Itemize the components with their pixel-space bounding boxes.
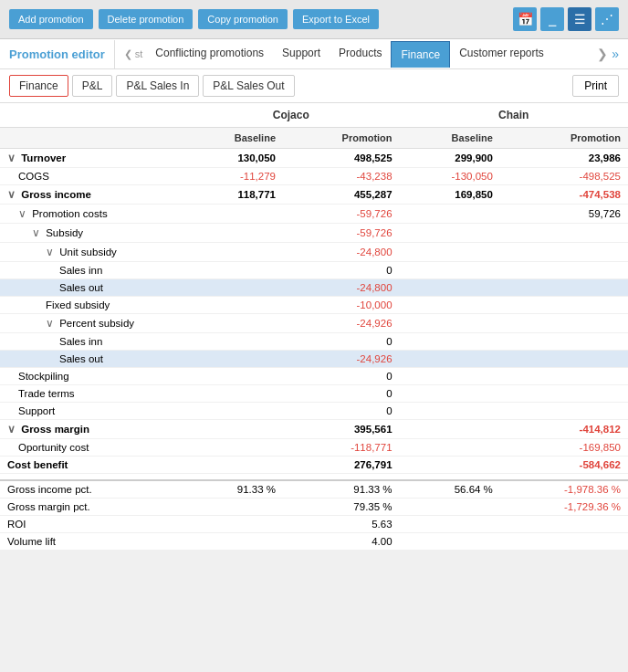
chevron-down-icon[interactable]: ∨ (46, 247, 57, 257)
chain-promotion-header: Promotion (500, 128, 628, 149)
row-value (500, 403, 628, 420)
add-promotion-button[interactable]: Add promotion (9, 9, 93, 29)
row-value (500, 368, 628, 385)
nav-conflicting[interactable]: Conflicting promotions (146, 39, 273, 68)
table-row: Gross income pct.91.33 %91.33 %56.64 %-1… (0, 480, 628, 499)
row-value (400, 516, 500, 533)
row-value (400, 279, 500, 297)
row-value (183, 499, 283, 516)
row-value: -169,850 (500, 439, 628, 457)
chevron-down-icon[interactable]: ∨ (32, 227, 43, 238)
row-value (183, 279, 283, 297)
row-label: ∨ Turnover (0, 149, 183, 168)
list-icon-btn[interactable]: ☰ (568, 7, 591, 31)
row-value: 56.64 % (400, 480, 500, 499)
row-value (500, 516, 628, 533)
row-label: Volume lift (0, 533, 183, 551)
row-value (183, 516, 283, 533)
row-value: -10,000 (283, 297, 400, 314)
table-row: Sales out-24,800 (0, 279, 628, 297)
row-value (183, 439, 283, 457)
row-label: ROI (0, 516, 183, 533)
tab-pl-sales-out[interactable]: P&L Sales Out (203, 75, 294, 97)
nav-arrow-left[interactable]: ❮ st (120, 48, 147, 60)
chevron-down-icon[interactable]: ∨ (7, 152, 18, 163)
nav-finance[interactable]: Finance (391, 41, 450, 68)
table-row: Cost benefit276,791-584,662 (0, 457, 628, 474)
nav-customer-reports[interactable]: Customer reports (450, 39, 553, 68)
cojaco-promotion-header: Promotion (283, 128, 400, 149)
row-label: Gross margin pct. (0, 499, 183, 516)
table-row: ∨ Promotion costs-59,72659,726 (0, 205, 628, 224)
delete-promotion-button[interactable]: Delete promotion (99, 9, 194, 29)
view-icons: 📅 ⎯ ☰ ⋰ (513, 7, 619, 31)
tab-pl-sales-in[interactable]: P&L Sales In (116, 75, 199, 97)
row-value: -11,279 (183, 168, 283, 185)
chevron-down-icon[interactable]: ∨ (7, 189, 18, 200)
row-value (500, 279, 628, 297)
row-value (500, 243, 628, 262)
table-row: ∨ Gross income118,771455,287169,850-474,… (0, 185, 628, 205)
row-label: Sales out (0, 279, 183, 297)
table-row: ROI5.63 (0, 516, 628, 533)
row-value: -24,926 (283, 351, 400, 368)
row-value (400, 205, 500, 224)
row-value: -24,800 (283, 279, 400, 297)
row-value: -1,729.36 % (500, 499, 628, 516)
chevron-down-icon[interactable]: ∨ (7, 424, 18, 435)
chevron-down-icon[interactable]: ∨ (46, 318, 57, 329)
tab-finance[interactable]: Finance (9, 75, 68, 97)
row-value: -584,662 (500, 457, 628, 474)
row-value: 0 (283, 262, 400, 279)
row-value (400, 403, 500, 420)
row-value (500, 297, 628, 314)
table-row: Support0 (0, 403, 628, 420)
chevron-down-icon[interactable]: ∨ (18, 208, 29, 219)
row-value (183, 351, 283, 368)
row-value (400, 420, 500, 439)
row-value: 4.00 (283, 533, 400, 551)
row-value: -118,771 (283, 439, 400, 457)
nav-end: ❯ » (597, 47, 619, 61)
nav-support[interactable]: Support (273, 39, 330, 68)
row-value (500, 224, 628, 243)
row-value (400, 368, 500, 385)
table-row: ∨ Subsidy-59,726 (0, 224, 628, 243)
copy-promotion-button[interactable]: Copy promotion (198, 9, 288, 29)
print-button[interactable]: Print (572, 75, 619, 97)
row-value (183, 205, 283, 224)
row-value: 0 (283, 368, 400, 385)
row-value (183, 262, 283, 279)
cojaco-baseline-header: Baseline (183, 128, 283, 149)
row-value: -474,538 (500, 185, 628, 205)
row-value: 5.63 (283, 516, 400, 533)
chain-group-header: Chain (400, 103, 628, 128)
grid-icon-btn[interactable]: ⋰ (595, 7, 619, 31)
sub-tabs-bar: Finance P&L P&L Sales In P&L Sales Out P… (0, 69, 628, 103)
tab-pl[interactable]: P&L (72, 75, 113, 97)
chain-baseline-header: Baseline (400, 128, 500, 149)
row-label: ∨ Gross income (0, 185, 183, 205)
row-label: Oportunity cost (0, 439, 183, 457)
row-value: 91.33 % (283, 480, 400, 499)
row-label: ∨ Promotion costs (0, 205, 183, 224)
row-value (183, 297, 283, 314)
nav-chevron-right[interactable]: ❯ (597, 47, 608, 61)
nav-products[interactable]: Products (330, 39, 391, 68)
row-value (400, 439, 500, 457)
row-value: 130,050 (183, 149, 283, 168)
table-row: Gross margin pct.79.35 %-1,729.36 % (0, 499, 628, 516)
calendar-icon-btn[interactable]: 📅 (513, 7, 537, 31)
row-label: Trade terms (0, 385, 183, 403)
table-row: ∨ Gross margin395,561-414,812 (0, 420, 628, 439)
table-row: Sales out-24,926 (0, 351, 628, 368)
minus-icon-btn[interactable]: ⎯ (540, 7, 564, 31)
row-value (183, 314, 283, 333)
row-value (183, 420, 283, 439)
nav-bar: Promotion editor ❮ st Conflicting promot… (0, 39, 628, 69)
nav-double-chevron[interactable]: » (612, 47, 619, 61)
row-value: 395,561 (283, 420, 400, 439)
export-excel-button[interactable]: Export to Excel (293, 9, 379, 29)
row-value: 455,287 (283, 185, 400, 205)
row-label: Sales inn (0, 333, 183, 351)
